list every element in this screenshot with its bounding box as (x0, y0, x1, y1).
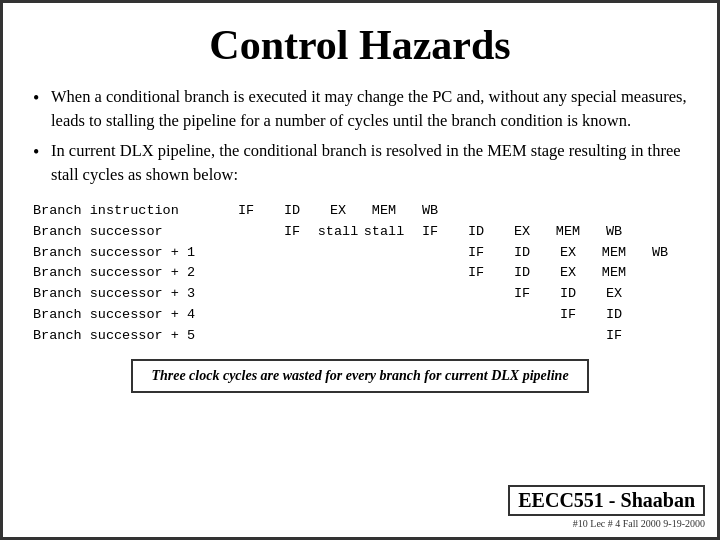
stage-cell (637, 305, 683, 326)
stage-cell (545, 201, 591, 222)
footer: EECC551 - Shaaban #10 Lec # 4 Fall 2000 … (508, 485, 705, 529)
stage-cell: WB (407, 201, 453, 222)
stage-cell (683, 263, 720, 284)
stage-cell: EX (545, 243, 591, 264)
stage-cell (683, 305, 720, 326)
pipeline-row: Branch successor + 4IFID (33, 305, 687, 326)
bullet-dot-1: • (33, 85, 51, 111)
stage-cell (223, 222, 269, 243)
stage-cell: MEM (361, 201, 407, 222)
stage-cell: IF (499, 284, 545, 305)
stage-cell (407, 305, 453, 326)
footer-title: EECC551 - Shaaban (508, 485, 705, 516)
stage-cell (223, 326, 269, 347)
notice-box: Three clock cycles are wasted for every … (131, 359, 588, 393)
pipeline-row-stages: IFIDEX (223, 284, 720, 305)
stage-cell (315, 284, 361, 305)
bullet-item-2: • In current DLX pipeline, the condition… (33, 139, 687, 187)
stage-cell (591, 201, 637, 222)
stage-cell: IF (453, 243, 499, 264)
stage-cell (499, 326, 545, 347)
pipeline-row: Branch successor + 2IFIDEXMEM (33, 263, 687, 284)
stage-cell (407, 326, 453, 347)
stage-cell: EX (499, 222, 545, 243)
stage-cell: EX (591, 284, 637, 305)
stage-cell (637, 263, 683, 284)
stage-cell: EX (545, 263, 591, 284)
pipeline-row-label: Branch successor + 5 (33, 326, 223, 347)
stage-cell (407, 284, 453, 305)
pipeline-row-label: Branch instruction (33, 201, 223, 222)
stage-cell (361, 326, 407, 347)
stage-cell: ID (269, 201, 315, 222)
stage-cell (361, 305, 407, 326)
stage-cell: ID (453, 222, 499, 243)
stage-cell: ID (591, 305, 637, 326)
stage-cell (361, 284, 407, 305)
stage-cell: MEM (545, 222, 591, 243)
stage-cell (315, 263, 361, 284)
stage-cell: MEM (591, 263, 637, 284)
bullet-item-1: • When a conditional branch is executed … (33, 85, 687, 133)
stage-cell (637, 326, 683, 347)
stage-cell (453, 284, 499, 305)
stage-cell (361, 243, 407, 264)
pipeline-row: Branch successor + 5IF (33, 326, 687, 347)
stage-cell: stall (315, 222, 361, 243)
stage-cell (269, 305, 315, 326)
pipeline-row-stages: IFIDEXMEMWB (223, 243, 720, 264)
stage-cell: ID (499, 243, 545, 264)
stage-cell (499, 305, 545, 326)
pipeline-row-label: Branch successor + 3 (33, 284, 223, 305)
stage-cell (545, 326, 591, 347)
pipeline-row-stages: IF (223, 326, 720, 347)
pipeline-row: Branch successorIFstallstallIFIDEXMEMWB (33, 222, 687, 243)
stage-cell: WB (591, 222, 637, 243)
stage-cell (637, 222, 683, 243)
pipeline-row-label: Branch successor + 4 (33, 305, 223, 326)
stage-cell (315, 326, 361, 347)
stage-cell (683, 284, 720, 305)
stage-cell: IF (591, 326, 637, 347)
stage-cell: WB (637, 243, 683, 264)
stage-cell (269, 284, 315, 305)
stage-cell: IF (453, 263, 499, 284)
bullet-text-1: When a conditional branch is executed it… (51, 85, 687, 133)
stage-cell (223, 263, 269, 284)
stage-cell (223, 284, 269, 305)
stage-cell (269, 243, 315, 264)
stage-cell: IF (545, 305, 591, 326)
stage-cell (407, 243, 453, 264)
stage-cell (683, 222, 720, 243)
pipeline-row-stages: IFIDEXMEM (223, 263, 720, 284)
stage-cell (637, 284, 683, 305)
slide-title: Control Hazards (33, 21, 687, 69)
stage-cell: IF (223, 201, 269, 222)
stage-cell (223, 305, 269, 326)
pipeline-row-stages: IFstallstallIFIDEXMEMWB (223, 222, 720, 243)
slide: Control Hazards • When a conditional bra… (0, 0, 720, 540)
pipeline-row: Branch successor + 3IFIDEX (33, 284, 687, 305)
stage-cell: IF (269, 222, 315, 243)
stage-cell: stall (361, 222, 407, 243)
stage-cell (269, 263, 315, 284)
footer-sub: #10 Lec # 4 Fall 2000 9-19-2000 (508, 518, 705, 529)
pipeline-table: Branch instructionIFIDEXMEMWBBranch succ… (33, 201, 687, 347)
pipeline-row-label: Branch successor + 1 (33, 243, 223, 264)
stage-cell (637, 201, 683, 222)
stage-cell (315, 305, 361, 326)
stage-cell (683, 243, 720, 264)
pipeline-row-stages: IFID (223, 305, 720, 326)
stage-cell (683, 326, 720, 347)
stage-cell (223, 243, 269, 264)
stage-cell (269, 326, 315, 347)
pipeline-row-stages: IFIDEXMEMWB (223, 201, 720, 222)
stage-cell: IF (407, 222, 453, 243)
stage-cell (407, 263, 453, 284)
stage-cell: MEM (591, 243, 637, 264)
stage-cell (453, 326, 499, 347)
stage-cell (315, 243, 361, 264)
stage-cell: ID (499, 263, 545, 284)
pipeline-row: Branch instructionIFIDEXMEMWB (33, 201, 687, 222)
stage-cell (453, 201, 499, 222)
